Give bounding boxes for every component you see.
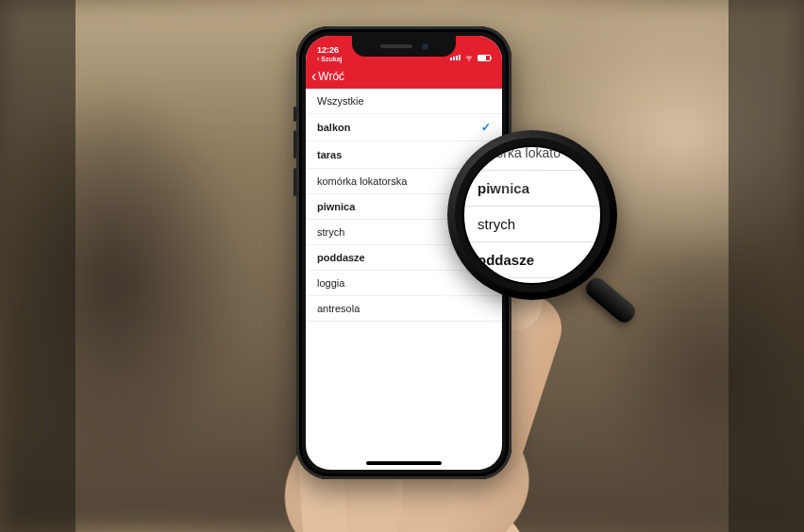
volume-down <box>293 168 296 196</box>
option-label: komórka lokatorska <box>317 175 407 187</box>
breadcrumb-back[interactable]: ‹Szukaj <box>317 56 343 62</box>
back-button[interactable]: Wróć <box>318 70 344 83</box>
magnifier-row: strych <box>464 207 600 242</box>
check-icon: ✓ <box>481 121 491 134</box>
vignette-right <box>729 0 804 532</box>
option-label: Wszystkie <box>317 95 364 107</box>
status-time: 12:26 <box>317 46 343 55</box>
option-label: balkon <box>317 122 350 133</box>
signal-icon <box>450 55 461 60</box>
magnifier-glass: omórka lokato piwnicastrychoddasze <box>462 145 602 285</box>
battery-icon <box>477 55 491 61</box>
nav-bar: ‹ Wróć <box>306 64 502 89</box>
option-label: taras <box>317 149 342 160</box>
option-row[interactable]: Wszystkie <box>306 89 502 114</box>
magnifier: omórka lokato piwnicastrychoddasze <box>447 130 617 300</box>
option-label: loggia <box>317 277 344 289</box>
mute-switch <box>293 107 296 122</box>
option-label: antresola <box>317 303 360 314</box>
chevron-left-icon: ‹ <box>317 56 319 62</box>
home-indicator[interactable] <box>366 461 442 465</box>
option-label: strych <box>317 226 344 238</box>
volume-up <box>293 130 296 158</box>
back-chevron-icon[interactable]: ‹ <box>311 69 316 84</box>
option-row[interactable]: balkon✓ <box>306 114 502 141</box>
option-row[interactable]: antresola <box>306 296 502 322</box>
option-label: piwnica <box>317 201 355 212</box>
scene: 12:26 ‹Szukaj ‹ Wróć Wszystkiebalkon✓tar… <box>0 0 804 532</box>
vignette-left <box>0 0 75 532</box>
magnifier-row: piwnica <box>464 171 600 207</box>
option-label: poddasze <box>317 252 365 263</box>
notch <box>352 36 456 57</box>
wifi-icon <box>464 53 474 62</box>
